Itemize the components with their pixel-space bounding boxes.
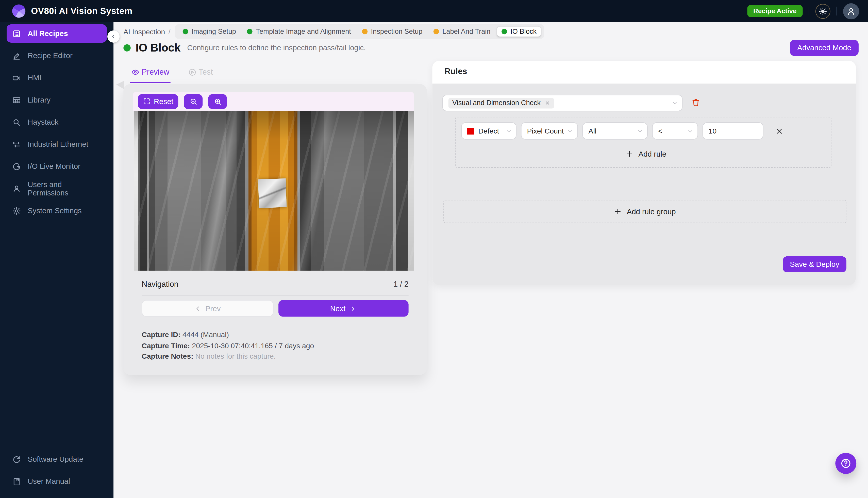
page-subtitle: Configure rules to define the inspection… <box>187 43 366 52</box>
sidebar-item-software-update[interactable]: Software Update <box>6 450 107 468</box>
user-avatar-button[interactable] <box>843 3 859 19</box>
tab-test[interactable]: Test <box>188 61 213 83</box>
add-rule-button[interactable]: Add rule <box>461 143 831 165</box>
table-grid-icon <box>12 95 21 104</box>
eye-icon <box>131 68 140 76</box>
chevron-down-icon <box>567 128 573 134</box>
zoom-in-button[interactable] <box>208 94 227 109</box>
reset-view-button[interactable]: Reset <box>138 94 178 109</box>
theme-toggle-button[interactable] <box>815 3 830 18</box>
rule-scope-select[interactable]: All <box>582 122 648 140</box>
topbar-divider <box>809 6 810 15</box>
page-indicator: 1 / 2 <box>393 279 408 288</box>
preview-tabs: Preview Test <box>123 61 426 83</box>
advanced-mode-button[interactable]: Advanced Mode <box>790 40 858 56</box>
card-notch <box>116 81 124 89</box>
plus-icon <box>614 208 622 215</box>
sidebar-nav: All Recipes Recipe Editor HMI Library Ha… <box>0 22 114 498</box>
person-icon <box>12 184 21 193</box>
rule-threshold-input[interactable] <box>702 122 763 140</box>
chevron-down-icon <box>672 100 678 106</box>
io-monitor-icon <box>12 162 21 171</box>
navigation-label: Navigation <box>142 279 178 288</box>
capture-info: Capture ID: 4444 (Manual) Capture Time: … <box>142 329 314 362</box>
app-title: OV80i AI Vision System <box>31 6 132 16</box>
sidebar-item-recipe-editor[interactable]: Recipe Editor <box>6 47 107 65</box>
step-template-image-alignment[interactable]: Template Image and Alignment <box>242 27 355 37</box>
sun-icon <box>819 7 827 15</box>
refresh-icon <box>12 455 21 464</box>
main-content: AI Inspection / Imaging Setup Template I… <box>114 22 868 498</box>
chevron-down-icon <box>687 128 694 134</box>
breadcrumb-root: AI Inspection <box>123 27 165 36</box>
sidebar-item-haystack[interactable]: Haystack <box>6 113 107 131</box>
video-camera-icon <box>12 73 21 82</box>
chevron-left-icon <box>111 34 116 39</box>
sidebar-collapse-button[interactable] <box>107 30 120 43</box>
plus-icon <box>626 150 633 158</box>
sidebar-item-hmi[interactable]: HMI <box>6 68 107 87</box>
rules-body: Visual and Dimension Check Defect <box>432 83 856 285</box>
rule-operator-select[interactable]: < <box>652 122 698 140</box>
capture-image-preview[interactable] <box>134 111 414 271</box>
step-inspection-setup[interactable]: Inspection Setup <box>358 27 427 37</box>
breadcrumb: AI Inspection / Imaging Setup Template I… <box>123 24 544 39</box>
rule-row: Defect Pixel Count All < <box>461 122 831 140</box>
chevron-right-icon <box>350 305 357 312</box>
top-bar: OV80i AI Vision System Recipe Active <box>0 0 868 22</box>
step-label-and-train[interactable]: Label And Train <box>429 27 495 37</box>
remove-tag-icon[interactable] <box>544 100 550 106</box>
status-dot <box>434 29 439 34</box>
breadcrumb-stepper: Imaging Setup Template Image and Alignme… <box>175 24 544 39</box>
sidebar-item-system-settings[interactable]: System Settings <box>6 201 107 220</box>
capture-time-line: Capture Time: 2025-10-30 07:40:41.165 / … <box>142 340 314 351</box>
rules-panel: Rules Visual and Dimension Check <box>432 61 856 285</box>
help-button[interactable] <box>835 453 856 474</box>
status-dot <box>247 29 253 34</box>
app-logo <box>12 4 25 17</box>
capture-notes-line: Capture Notes: No notes for this capture… <box>142 351 314 362</box>
preview-card: Reset Navigation 1 / 2 <box>123 84 426 375</box>
next-capture-button[interactable]: Next <box>278 300 409 316</box>
app-window: OV80i AI Vision System Recipe Active All… <box>0 0 868 498</box>
zoom-out-icon <box>189 97 197 106</box>
check-tag: Visual and Dimension Check <box>448 98 554 108</box>
status-dot <box>501 29 507 34</box>
recipe-active-badge: Recipe Active <box>747 5 803 17</box>
topbar-divider <box>837 6 837 15</box>
add-rule-group-button[interactable]: Add rule group <box>444 200 846 223</box>
save-deploy-button[interactable]: Save & Deploy <box>783 257 846 272</box>
step-imaging-setup[interactable]: Imaging Setup <box>178 27 241 37</box>
sidebar-item-users-permissions[interactable]: Users and Permissions <box>6 180 107 198</box>
ethernet-arrows-icon <box>12 140 21 149</box>
sidebar-item-library[interactable]: Library <box>6 91 107 109</box>
gear-icon <box>12 206 21 215</box>
step-io-block[interactable]: IO Block <box>497 27 541 37</box>
pencil-icon <box>12 51 21 60</box>
page-title: IO Block <box>135 41 181 54</box>
rule-group-container: Defect Pixel Count All < <box>455 117 831 168</box>
rule-metric-select[interactable]: Pixel Count <box>521 122 578 140</box>
status-dot <box>183 29 188 34</box>
delete-check-button[interactable] <box>691 98 700 107</box>
remove-rule-button[interactable] <box>776 127 784 135</box>
book-icon <box>12 477 21 486</box>
add-rule-group-container: Add rule group <box>443 200 846 223</box>
navigation-header: Navigation 1 / 2 <box>142 279 408 288</box>
chevron-down-icon <box>505 128 512 134</box>
status-dot <box>123 44 130 51</box>
check-type-select[interactable]: Visual and Dimension Check <box>442 95 683 111</box>
rule-class-select[interactable]: Defect <box>461 122 516 140</box>
user-icon <box>846 6 856 16</box>
question-circle-icon <box>840 458 852 469</box>
zoom-out-button[interactable] <box>184 94 202 109</box>
sidebar-item-industrial-ethernet[interactable]: Industrial Ethernet <box>6 135 107 153</box>
sidebar-item-all-recipes[interactable]: All Recipes <box>6 24 107 43</box>
reset-corners-icon <box>143 97 150 105</box>
prev-capture-button[interactable]: Prev <box>142 300 273 316</box>
sidebar-item-io-live-monitor[interactable]: I/O Live Monitor <box>6 157 107 175</box>
chevron-left-icon <box>194 305 201 312</box>
sidebar-item-user-manual[interactable]: User Manual <box>6 472 107 490</box>
tab-preview[interactable]: Preview <box>131 61 169 83</box>
page-header: IO Block Configure rules to define the i… <box>123 39 859 56</box>
